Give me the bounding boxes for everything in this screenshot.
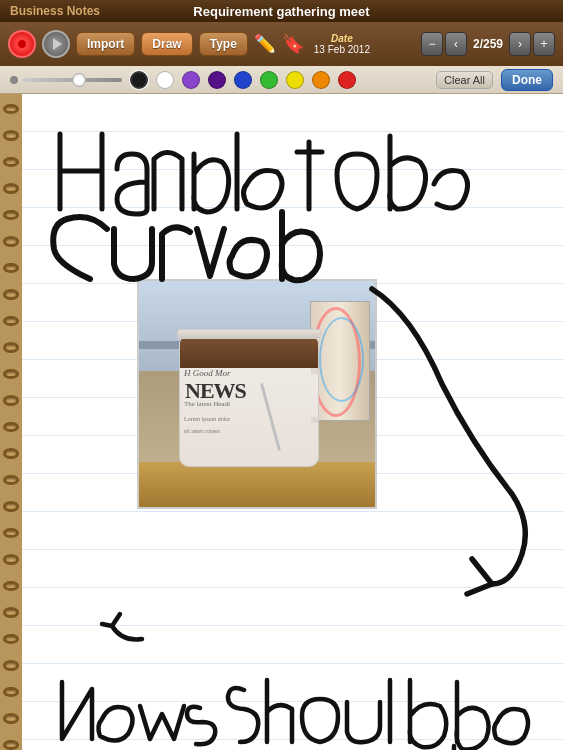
spiral-loop	[3, 289, 19, 299]
page-plus-button[interactable]: +	[533, 32, 555, 56]
color-swatch-yellow[interactable]	[286, 71, 304, 89]
size-slider-thumb[interactable]	[72, 73, 86, 87]
size-slider-container	[10, 76, 122, 84]
color-bar: Clear All Done	[0, 66, 563, 94]
color-swatch-dark-purple[interactable]	[208, 71, 226, 89]
spiral-loop	[3, 342, 19, 352]
import-button[interactable]: Import	[76, 32, 135, 56]
date-label: Date	[314, 33, 370, 44]
spiral-loop	[3, 157, 19, 167]
spiral-loop	[3, 554, 19, 564]
spiral-loop	[3, 422, 19, 432]
spiral-loop	[3, 713, 19, 723]
spiral-loop	[3, 740, 19, 750]
date-block: Date 13 Feb 2012	[314, 33, 370, 55]
record-icon	[17, 39, 27, 49]
spiral-loop	[3, 316, 19, 326]
spiral-loop	[3, 263, 19, 273]
play-button[interactable]	[42, 30, 70, 58]
spiral-loop	[3, 687, 19, 697]
page-count: 2/259	[469, 37, 507, 51]
color-swatch-blue[interactable]	[234, 71, 252, 89]
page-minus-button[interactable]: −	[421, 32, 443, 56]
date-value: 13 Feb 2012	[314, 44, 370, 55]
size-min-indicator	[10, 76, 18, 84]
done-button[interactable]: Done	[501, 69, 553, 91]
size-slider-track[interactable]	[22, 78, 122, 82]
notebook: H Good Mor NEWS The latest Headl Lorem i…	[0, 94, 563, 750]
clear-all-button[interactable]: Clear All	[436, 71, 493, 89]
spiral	[0, 94, 22, 750]
page-nav: − ‹ 2/259 › +	[421, 32, 555, 56]
spiral-loop	[3, 210, 19, 220]
doc-title: Requirement gathering meet	[193, 4, 369, 19]
spiral-loop	[3, 660, 19, 670]
color-swatch-red[interactable]	[338, 71, 356, 89]
play-icon	[53, 38, 62, 50]
spiral-loop	[3, 501, 19, 511]
page[interactable]: H Good Mor NEWS The latest Headl Lorem i…	[22, 94, 563, 750]
spiral-loop	[3, 183, 19, 193]
title-bar: Business Notes Requirement gathering mee…	[0, 0, 563, 22]
spiral-loop	[3, 607, 19, 617]
color-swatch-black[interactable]	[130, 71, 148, 89]
spiral-loop	[3, 236, 19, 246]
page-next-button[interactable]: ›	[509, 32, 531, 56]
toolbar: Import Draw Type ✏️ 🔖 Date 13 Feb 2012 −…	[0, 22, 563, 66]
spiral-loop	[3, 475, 19, 485]
spiral-loop	[3, 369, 19, 379]
bookmark-icon: 🔖	[282, 33, 304, 55]
color-swatch-purple[interactable]	[182, 71, 200, 89]
spiral-loop	[3, 395, 19, 405]
spiral-loop	[3, 104, 19, 114]
spiral-loop	[3, 634, 19, 644]
app-name: Business Notes	[10, 4, 100, 18]
handwriting-overlay	[22, 94, 563, 750]
spiral-loop	[3, 528, 19, 538]
pencil-icon: ✏️	[254, 33, 276, 55]
spiral-loop	[3, 448, 19, 458]
spiral-loop	[3, 130, 19, 140]
draw-button[interactable]: Draw	[141, 32, 192, 56]
color-swatch-white[interactable]	[156, 71, 174, 89]
page-prev-button[interactable]: ‹	[445, 32, 467, 56]
color-swatch-green[interactable]	[260, 71, 278, 89]
color-swatch-orange[interactable]	[312, 71, 330, 89]
type-button[interactable]: Type	[199, 32, 248, 56]
spiral-loop	[3, 581, 19, 591]
record-button[interactable]	[8, 30, 36, 58]
